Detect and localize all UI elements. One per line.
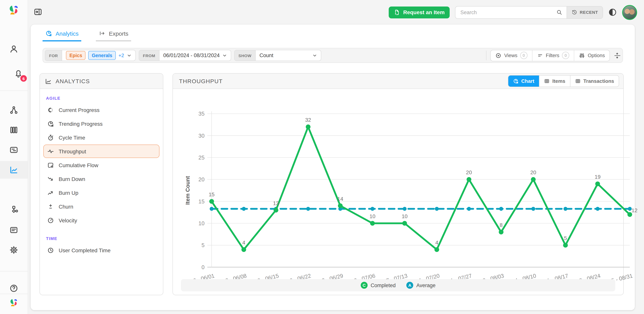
recent-button[interactable]: RECENT [567, 6, 602, 18]
sidebar-divider [0, 271, 28, 272]
views-count-badge: 0 [520, 52, 528, 59]
from-filter[interactable]: FROM 06/01/2024 - 08/31/2024 [139, 50, 231, 61]
analytics-nav: AGILECurrent ProgressTrending ProgressCy… [40, 89, 163, 257]
analytics-item-cumulative-flow[interactable]: Cumulative Flow [43, 158, 160, 172]
trend-up-icon [47, 189, 54, 196]
analytics-panel: ANALYTICS AGILECurrent ProgressTrending … [40, 73, 163, 295]
for-label: FOR [45, 50, 62, 60]
svg-text:4: 4 [435, 240, 438, 246]
form-icon[interactable] [9, 226, 18, 235]
filter-lines-icon [537, 52, 543, 58]
analytics-item-throughput[interactable]: Throughput [43, 144, 160, 158]
hierarchy-icon[interactable] [9, 106, 18, 115]
svg-text:13: 13 [273, 200, 279, 206]
view-toggle-items[interactable]: Items [539, 76, 570, 87]
views-button[interactable]: Views 0 [491, 50, 532, 61]
more-count: +2 [118, 52, 124, 58]
panel-bars-icon [47, 162, 54, 168]
legend-badge: C [361, 282, 368, 289]
date-range-value: 06/01/2024 - 08/31/2024 [163, 52, 220, 58]
search-input[interactable] [460, 9, 553, 16]
throughput-card: THROUGHPUT ChartItemsTransactions 051015… [172, 73, 624, 295]
search-bar: RECENT [455, 6, 603, 18]
main-card: Analytics Exports FOR Epics Generals +2 … [31, 24, 635, 310]
kanban-columns-icon[interactable] [9, 125, 18, 134]
analytics-item-label: Churn [59, 204, 73, 210]
topbar: Request an Item RECENT [28, 0, 644, 24]
analytics-panel-header: ANALYTICS [40, 74, 163, 89]
export-icon [98, 30, 106, 37]
sliders-icon [579, 52, 585, 58]
legend-label: Average [416, 282, 436, 288]
analytics-item-label: User Completed Time [59, 247, 110, 253]
help-icon[interactable] [9, 284, 18, 293]
divider [486, 50, 487, 60]
svg-text:25: 25 [198, 154, 204, 161]
for-filter[interactable]: FOR Epics Generals +2 [45, 50, 136, 61]
avatar[interactable] [622, 5, 637, 20]
request-item-button[interactable]: Request an Item [389, 6, 450, 18]
filter-bar: FOR Epics Generals +2 FROM 06/01/2024 - … [42, 48, 623, 63]
view-toggle: ChartItemsTransactions [508, 75, 619, 87]
options-button[interactable]: Options [574, 50, 610, 61]
filters-button[interactable]: Filters 0 [532, 50, 574, 61]
analytics-item-current-progress[interactable]: Current Progress [43, 103, 160, 116]
svg-text:0: 0 [202, 264, 204, 270]
chevron-down-icon [127, 53, 132, 58]
filters-count-badge: 0 [562, 52, 569, 59]
workflow-icon[interactable] [9, 205, 18, 214]
tab-exports[interactable]: Exports [96, 30, 131, 42]
collapse-icon[interactable] [614, 52, 620, 59]
analytics-item-label: Burn Up [59, 190, 78, 196]
tab-bar: Analytics Exports [42, 30, 131, 42]
analytics-item-churn[interactable]: Churn [43, 200, 160, 213]
legend-item-completed[interactable]: CCompleted [361, 282, 396, 289]
analytics-panel-title: ANALYTICS [56, 78, 90, 84]
from-label: FROM [139, 50, 160, 60]
app-logo-small[interactable] [9, 298, 19, 308]
show-filter[interactable]: SHOW Count [234, 50, 321, 61]
sidebar-divider [0, 90, 28, 91]
roadmap-icon[interactable] [9, 145, 18, 154]
pulse-icon [47, 148, 54, 155]
pie-bars-icon [513, 78, 519, 84]
analytics-item-label: Cumulative Flow [59, 162, 98, 168]
legend-badge: A [406, 282, 413, 289]
tab-analytics[interactable]: Analytics [42, 30, 81, 42]
legend-item-average[interactable]: AAverage [406, 282, 436, 289]
view-toggle-chart[interactable]: Chart [508, 76, 539, 87]
view-toggle-transactions[interactable]: Transactions [570, 76, 619, 87]
profile-icon[interactable] [9, 44, 18, 54]
analytics-item-burn-down[interactable]: Burn Down [43, 172, 160, 186]
gear-icon[interactable] [9, 245, 18, 254]
chip-generals[interactable]: Generals [88, 51, 116, 60]
svg-text:5: 5 [564, 235, 567, 241]
chart-legend: CCompletedAAverage [181, 279, 615, 292]
section-label-agile: AGILE [40, 93, 163, 103]
line-chart-icon[interactable] [9, 165, 18, 174]
svg-text:30: 30 [198, 133, 204, 139]
chip-epics[interactable]: Epics [66, 51, 86, 60]
analytics-item-trending-progress[interactable]: Trending Progress [43, 117, 160, 130]
analytics-item-velocity[interactable]: Velocity [43, 214, 160, 227]
section-label-time: TIME [40, 233, 163, 243]
theme-toggle-icon[interactable] [608, 8, 617, 16]
analytics-item-cycle-time[interactable]: Cycle Time [43, 131, 160, 144]
analytics-item-label: Cycle Time [59, 134, 85, 140]
history-clock-icon [572, 10, 578, 15]
throughput-title: THROUGHPUT [179, 78, 223, 84]
notification-badge: 6 [20, 75, 27, 82]
analytics-item-user-completed-time[interactable]: User Completed Time [43, 244, 160, 257]
legend-label: Completed [371, 282, 396, 288]
notifications-bell-icon[interactable]: 6 [14, 73, 23, 79]
search-icon [556, 9, 562, 15]
svg-text:20: 20 [530, 170, 536, 176]
expand-sidebar-icon[interactable] [34, 8, 42, 16]
svg-text:12: 12 [632, 208, 638, 213]
analytics-item-label: Burn Down [59, 176, 85, 182]
pie-bars-icon [45, 30, 52, 37]
gauge-icon [47, 217, 54, 224]
eye-icon [496, 52, 502, 58]
analytics-item-burn-up[interactable]: Burn Up [43, 186, 160, 199]
chevron-down-icon [312, 53, 317, 58]
